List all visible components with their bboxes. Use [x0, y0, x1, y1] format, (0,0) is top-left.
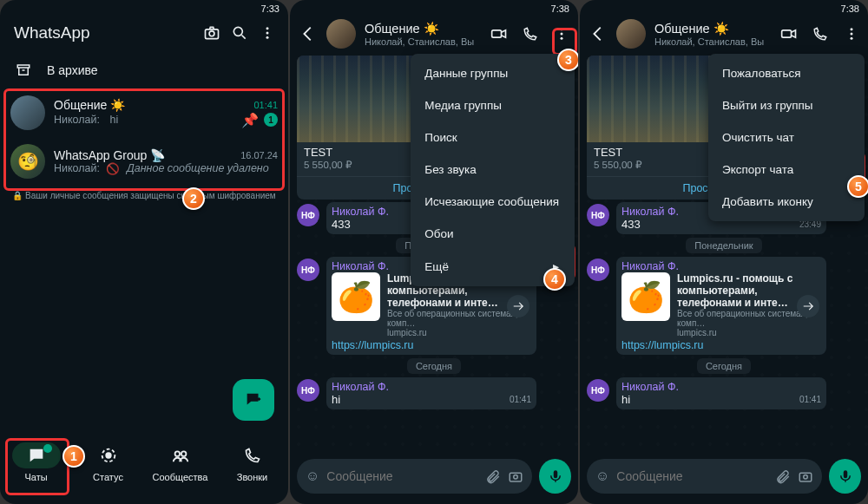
- menu-report[interactable]: Пожаловаться: [708, 57, 865, 89]
- menu-search[interactable]: Поиск: [411, 121, 575, 154]
- chat-preview: Николай: 🚫 Данное сообщение удалено: [54, 162, 269, 175]
- options-submenu: Пожаловаться Выйти из группы Очистить ча…: [708, 54, 865, 221]
- day-separator: Понедельник: [686, 238, 761, 253]
- menu-add-shortcut[interactable]: Добавить иконку: [708, 186, 865, 218]
- camera-icon[interactable]: [200, 21, 224, 45]
- svg-rect-24: [843, 470, 847, 478]
- more-icon[interactable]: [838, 21, 865, 47]
- svg-rect-17: [553, 470, 557, 478]
- back-icon[interactable]: [585, 24, 611, 43]
- message-field[interactable]: ☺: [587, 459, 822, 494]
- camera-icon[interactable]: [798, 468, 813, 484]
- sender-name: Николай Ф.: [621, 260, 821, 272]
- back-icon[interactable]: [295, 24, 321, 43]
- svg-point-14: [561, 37, 563, 40]
- nav-label: Статус: [93, 472, 123, 482]
- svg-point-20: [851, 33, 853, 36]
- video-call-icon[interactable]: [776, 21, 802, 47]
- sender-avatar: НФ: [297, 259, 319, 281]
- more-icon[interactable]: [549, 21, 575, 47]
- input-bar: ☺: [580, 452, 868, 504]
- emoji-icon[interactable]: ☺: [306, 468, 319, 484]
- search-icon[interactable]: [227, 21, 252, 45]
- avatar[interactable]: [326, 19, 356, 49]
- attach-icon[interactable]: [775, 468, 791, 484]
- svg-rect-18: [782, 30, 792, 37]
- day-separator: Сегодня: [407, 358, 461, 374]
- svg-point-4: [266, 32, 269, 35]
- avatar[interactable]: [616, 19, 646, 49]
- msg-text: 433: [621, 218, 641, 231]
- svg-point-10: [181, 451, 186, 456]
- chat-item[interactable]: Общение ☀️ 01:41 Николай: hi 📌 1: [0, 88, 288, 137]
- svg-point-16: [514, 475, 518, 480]
- link-thumbnail: 🍊: [332, 272, 380, 321]
- menu-mute[interactable]: Без звука: [411, 154, 575, 186]
- msg-time: 01:41: [510, 395, 531, 404]
- chat-header: Общение ☀️ Николай, Станислав, Вы: [290, 14, 578, 54]
- sender-avatar: НФ: [587, 204, 609, 226]
- input-bar: ☺: [290, 452, 578, 504]
- link-url[interactable]: https://lumpics.ru: [332, 339, 531, 351]
- link-domain: lumpics.ru: [677, 328, 821, 337]
- chat-name: Общение ☀️: [654, 22, 771, 36]
- svg-point-13: [561, 33, 563, 36]
- app-title: WhatsApp: [14, 23, 196, 43]
- chat-name: WhatsApp Group 📡: [54, 148, 165, 162]
- mic-button[interactable]: [829, 459, 861, 494]
- menu-wallpaper[interactable]: Обои: [411, 218, 575, 250]
- msg-text: hi: [332, 393, 340, 406]
- chat-item[interactable]: 🧐 WhatsApp Group 📡 16.07.24 Николай: 🚫 Д…: [0, 137, 288, 186]
- message-input[interactable]: [326, 469, 478, 483]
- sender-name: Николай Ф.: [332, 381, 531, 393]
- status-bar: 7:38: [580, 0, 868, 14]
- message-in[interactable]: НФ Николай Ф. hi01:41: [326, 377, 536, 409]
- svg-rect-22: [800, 473, 812, 481]
- menu-exit-group[interactable]: Выйти из группы: [708, 89, 865, 121]
- svg-point-3: [266, 27, 269, 29]
- sender-avatar: НФ: [587, 379, 609, 402]
- menu-disappearing[interactable]: Исчезающие сообщения: [411, 186, 575, 218]
- menu-clear-chat[interactable]: Очистить чат: [708, 121, 865, 154]
- new-chat-fab[interactable]: [233, 379, 274, 421]
- screen-chat-menu: 7:38 Общение ☀️ Николай, Станислав, Вы 3…: [290, 0, 578, 504]
- screen-chat-list: 7:33 WhatsApp В архиве Общение ☀️ 01:41 …: [0, 0, 288, 504]
- call-icon[interactable]: [807, 21, 833, 47]
- video-call-icon[interactable]: [486, 21, 512, 47]
- nav-communities[interactable]: Сообщества: [144, 431, 216, 494]
- sender-avatar: НФ: [297, 204, 319, 226]
- day-separator: Сегодня: [697, 358, 751, 374]
- nav-calls[interactable]: Звонки: [216, 431, 288, 494]
- annotation-5: 5: [847, 175, 868, 198]
- call-icon[interactable]: [517, 21, 543, 47]
- chat-members: Николай, Станислав, Вы: [654, 36, 771, 47]
- link-url[interactable]: https://lumpics.ru: [621, 339, 821, 351]
- link-thumbnail: 🍊: [621, 272, 670, 321]
- svg-point-1: [209, 31, 214, 36]
- header-title-block[interactable]: Общение ☀️ Николай, Станислав, Вы: [361, 22, 481, 47]
- menu-group-info[interactable]: Данные группы: [411, 57, 575, 89]
- archive-row[interactable]: В архиве: [0, 52, 288, 88]
- more-icon[interactable]: [255, 21, 279, 45]
- options-menu: Данные группы Медиа группы Поиск Без зву…: [411, 54, 575, 286]
- archive-label: В архиве: [47, 63, 98, 77]
- forward-icon[interactable]: [797, 295, 819, 317]
- chat-header: Общение ☀️ Николай, Станислав, Вы: [580, 14, 868, 54]
- menu-group-media[interactable]: Медиа группы: [411, 89, 575, 121]
- status-time: 7:38: [841, 3, 859, 14]
- nav-label: Звонки: [237, 472, 268, 482]
- emoji-icon[interactable]: ☺: [595, 468, 609, 484]
- mic-button[interactable]: [539, 459, 571, 494]
- attach-icon[interactable]: [485, 468, 501, 484]
- link-message[interactable]: НФ Николай Ф. 🍊 Lumpics.ru - помощь с ко…: [616, 257, 826, 355]
- chat-time: 01:41: [253, 100, 278, 110]
- message-field[interactable]: ☺: [297, 459, 532, 494]
- header-title-block[interactable]: Общение ☀️ Николай, Станислав, Вы: [651, 22, 771, 47]
- camera-icon[interactable]: [508, 468, 523, 484]
- chat-time: 16.07.24: [240, 150, 278, 160]
- forward-icon[interactable]: [507, 295, 529, 317]
- svg-point-9: [174, 451, 180, 456]
- message-input[interactable]: [616, 469, 768, 483]
- menu-export-chat[interactable]: Экспорт чата: [708, 154, 865, 186]
- message-in[interactable]: НФ Николай Ф. hi01:41: [616, 377, 826, 409]
